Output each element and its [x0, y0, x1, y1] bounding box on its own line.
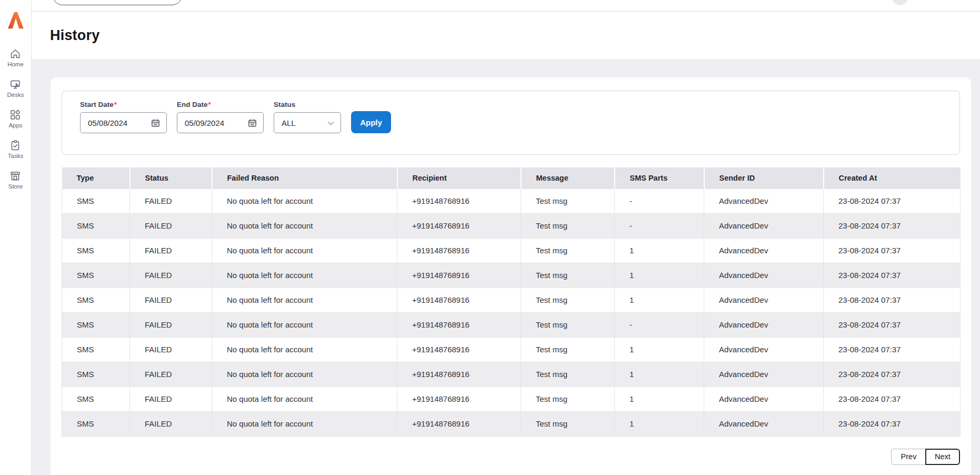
table-cell: FAILED	[130, 362, 212, 387]
desks-icon	[9, 78, 21, 90]
table-cell: 1	[615, 238, 704, 263]
table-cell: AdvancedDev	[704, 288, 824, 312]
table-cell: FAILED	[130, 263, 212, 288]
table-body: SMSFAILEDNo quota left for account+91914…	[62, 189, 961, 436]
table-cell: FAILED	[130, 337, 212, 362]
sidebar-item-apps[interactable]: Apps	[8, 109, 22, 128]
table-row: SMSFAILEDNo quota left for account+91914…	[62, 189, 961, 213]
table-cell: Test msg	[521, 312, 615, 337]
app-root: Home Desks Apps Tasks	[0, 0, 980, 475]
table-cell: SMS	[62, 288, 130, 312]
table-cell: AdvancedDev	[704, 337, 824, 362]
column-header: Sender ID	[704, 167, 824, 189]
history-table: TypeStatusFailed ReasonRecipientMessageS…	[62, 167, 961, 437]
table-cell: -	[615, 189, 704, 213]
table-cell: 1	[615, 263, 704, 288]
table-cell: 1	[615, 387, 704, 411]
tasks-icon	[9, 140, 21, 151]
avatar[interactable]	[892, 0, 908, 5]
chevron-down-icon	[327, 118, 334, 127]
table-row: SMSFAILEDNo quota left for account+91914…	[62, 312, 961, 337]
filter-panel: Start Date* End Date*	[62, 91, 960, 155]
table-cell: No quota left for account	[212, 312, 397, 337]
table-cell: No quota left for account	[212, 238, 397, 263]
table-row: SMSFAILEDNo quota left for account+91914…	[62, 288, 961, 312]
table-cell: FAILED	[130, 411, 212, 436]
status-select[interactable]: ALL	[274, 112, 341, 133]
sidebar-item-desks[interactable]: Desks	[7, 78, 24, 98]
table-cell: Test msg	[521, 337, 615, 362]
table-row: SMSFAILEDNo quota left for account+91914…	[62, 263, 961, 288]
sidebar-item-store[interactable]: Store	[8, 170, 23, 190]
required-asterisk: *	[208, 101, 211, 108]
end-date-label: End Date*	[177, 101, 264, 108]
topbar	[32, 0, 980, 12]
table-cell: SMS	[62, 238, 130, 263]
prev-button[interactable]: Prev	[891, 449, 926, 465]
sidebar: Home Desks Apps Tasks	[0, 0, 32, 475]
table-row: SMSFAILEDNo quota left for account+91914…	[62, 238, 961, 263]
column-header: Type	[62, 167, 130, 189]
table-cell: Test msg	[521, 411, 615, 436]
status-label: Status	[274, 101, 341, 108]
content-card: Start Date* End Date*	[51, 77, 971, 475]
table-cell: 23-08-2024 07:37	[824, 337, 961, 362]
table-cell: -	[615, 312, 704, 337]
table-header-row: TypeStatusFailed ReasonRecipientMessageS…	[62, 167, 961, 189]
table-cell: FAILED	[130, 312, 212, 337]
table-row: SMSFAILEDNo quota left for account+91914…	[62, 362, 961, 387]
table-header: TypeStatusFailed ReasonRecipientMessageS…	[62, 167, 961, 189]
table-cell: Test msg	[521, 387, 615, 411]
required-asterisk: *	[114, 101, 117, 108]
table-cell: Test msg	[521, 288, 615, 312]
table-cell: +919148768916	[397, 263, 521, 288]
table-cell: No quota left for account	[212, 189, 397, 213]
table-cell: Test msg	[521, 362, 615, 387]
status-field: Status ALL	[274, 101, 341, 133]
sidebar-item-tasks[interactable]: Tasks	[8, 140, 23, 159]
table-cell: 23-08-2024 07:37	[824, 213, 961, 238]
table-cell: SMS	[62, 312, 130, 337]
table-cell: SMS	[62, 189, 130, 213]
table-cell: AdvancedDev	[704, 213, 824, 238]
table-cell: Test msg	[521, 263, 615, 288]
sidebar-item-home[interactable]: Home	[7, 48, 24, 67]
table-cell: No quota left for account	[212, 362, 397, 387]
start-date-field: Start Date*	[80, 101, 167, 133]
table-cell: 23-08-2024 07:37	[824, 411, 961, 436]
table-cell: FAILED	[130, 387, 212, 411]
table-cell: AdvancedDev	[704, 189, 824, 213]
table-cell: SMS	[62, 411, 130, 436]
app-logo-icon[interactable]	[5, 8, 26, 31]
home-icon	[9, 48, 21, 60]
end-date-input[interactable]	[177, 113, 241, 132]
column-header: Failed Reason	[212, 167, 397, 189]
column-header: Message	[521, 167, 615, 189]
start-date-input[interactable]	[81, 113, 144, 132]
column-header: Created At	[824, 167, 961, 189]
apply-button[interactable]: Apply	[351, 111, 391, 133]
table-cell: 1	[615, 288, 704, 312]
table-cell: 23-08-2024 07:37	[824, 362, 961, 387]
table-cell: No quota left for account	[212, 337, 397, 362]
table-cell: +919148768916	[397, 387, 521, 411]
table-cell: No quota left for account	[212, 387, 397, 411]
table-cell: SMS	[62, 362, 130, 387]
table-cell: FAILED	[130, 213, 212, 238]
table-cell: FAILED	[130, 189, 212, 213]
table-cell: 1	[615, 411, 704, 436]
table-cell: No quota left for account	[212, 411, 397, 436]
content-background: Start Date* End Date*	[32, 59, 980, 475]
table-cell: +919148768916	[397, 337, 521, 362]
calendar-icon[interactable]	[151, 118, 160, 127]
table-cell: Test msg	[521, 213, 615, 238]
next-button[interactable]: Next	[925, 449, 960, 465]
table-cell: SMS	[62, 387, 130, 411]
table-cell: +919148768916	[397, 362, 521, 387]
search-input[interactable]	[53, 0, 182, 5]
table-cell: 23-08-2024 07:37	[824, 288, 961, 312]
main-area: History Start Date*	[32, 0, 980, 475]
column-header: Status	[130, 167, 212, 189]
calendar-icon[interactable]	[248, 118, 257, 127]
column-header: SMS Parts	[615, 167, 704, 189]
